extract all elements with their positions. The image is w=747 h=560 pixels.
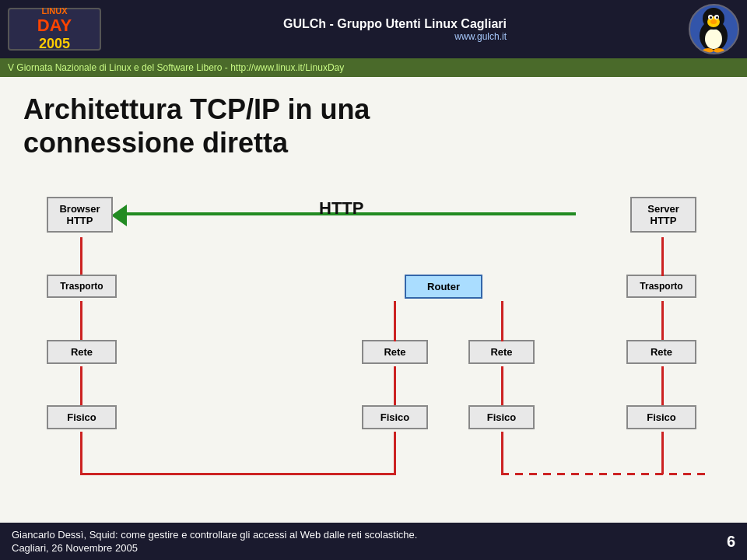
svg-point-6 — [710, 16, 712, 19]
svg-point-8 — [710, 19, 717, 24]
svg-point-10 — [714, 48, 724, 53]
rete-mid-left-box: Rete — [362, 340, 428, 364]
subtitle-bar: V Giornata Nazionale di Linux e del Soft… — [0, 58, 747, 77]
footer-line1: Giancarlo Dessì, Squid: come gestire e c… — [12, 529, 417, 541]
server-http-box: Server HTTP — [630, 197, 696, 233]
router-box: Router — [405, 275, 482, 299]
v-line-server-trasporto — [661, 237, 664, 276]
rete-mid-right-box: Rete — [468, 340, 535, 364]
http-label: HTTP — [319, 198, 363, 219]
svg-point-9 — [703, 48, 714, 53]
browser-http-box: Browser HTTP — [47, 197, 113, 233]
v-line-router-rete-left — [394, 301, 396, 341]
h-line-bottom-right-dashed — [501, 473, 710, 475]
fisico-left-box: Fisico — [47, 405, 117, 429]
v-line-rete-fisico-right — [661, 366, 664, 407]
v-line-fisico-right-down — [661, 432, 664, 474]
header-title: GULCh - Gruppo Utenti Linux Cagliari — [283, 17, 507, 31]
header-info: GULCh - Gruppo Utenti Linux Cagliari www… — [283, 17, 507, 42]
v-line-rete-fisico-left — [80, 366, 82, 407]
rete-left-box: Rete — [47, 340, 117, 364]
trasporto-left-box: Trasporto — [47, 275, 117, 298]
page-title: Architettura TCP/IP in una connessione d… — [23, 93, 724, 159]
logo-area: LINUX DAY 2005 — [8, 8, 101, 51]
fisico-mid-right-box: Fisico — [468, 405, 535, 429]
v-line-trasporto-rete-right — [661, 301, 664, 341]
header-url: www.gulch.it — [283, 31, 507, 42]
v-line-fisico-left-down — [80, 432, 82, 474]
v-line-rete-fisico-midleft — [394, 366, 396, 407]
v-line-fisico-midright-down — [501, 432, 503, 474]
footer-line2: Cagliari, 26 Novembre 2005 — [12, 542, 417, 554]
v-line-trasporto-rete-left — [80, 301, 82, 341]
linux-day-label: DAY — [37, 16, 72, 36]
diagram: HTTP Browser HTTP Server HTTP Trasporto … — [23, 183, 724, 541]
linux-day-year: 2005 — [39, 36, 70, 52]
tux-mascot — [689, 4, 739, 54]
subtitle-text: V Giornata Nazionale di Linux e del Soft… — [8, 62, 344, 73]
fisico-right-box: Fisico — [626, 405, 696, 429]
svg-point-7 — [716, 16, 718, 19]
trasporto-right-box: Trasporto — [626, 275, 696, 298]
main-content: Architettura TCP/IP in una connessione d… — [0, 77, 747, 556]
header: LINUX DAY 2005 GULCh - Gruppo Utenti Lin… — [0, 0, 747, 58]
http-arrow-left — [111, 205, 127, 226]
v-line-router-rete-right — [501, 301, 503, 341]
h-line-bottom-left — [80, 473, 396, 475]
rete-right-box: Rete — [626, 340, 696, 364]
fisico-mid-left-box: Fisico — [362, 405, 428, 429]
v-line-browser-trasporto — [80, 237, 82, 276]
svg-point-1 — [705, 29, 722, 49]
linux-day-logo: LINUX DAY 2005 — [8, 8, 101, 51]
footer: Giancarlo Dessì, Squid: come gestire e c… — [0, 523, 747, 560]
v-line-rete-fisico-midright — [501, 366, 503, 407]
v-line-fisico-midleft-down — [394, 432, 396, 474]
page-number: 6 — [727, 533, 735, 551]
footer-text: Giancarlo Dessì, Squid: come gestire e c… — [12, 529, 417, 554]
linux-day-text: LINUX — [42, 6, 68, 16]
